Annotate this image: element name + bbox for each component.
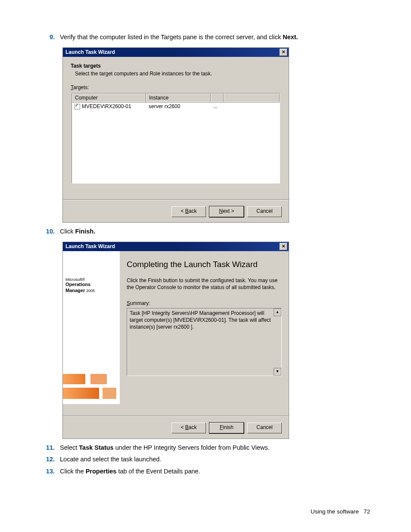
summary-textbox[interactable]: Task [HP Integrity Servers\HP Management… <box>127 308 282 376</box>
step-text-10: Click Finish. <box>60 227 370 236</box>
back-button[interactable]: < Back <box>171 423 206 433</box>
col-computer[interactable]: Computer <box>72 93 146 102</box>
dialog-subheader: Select the target computers and Role ins… <box>75 71 283 77</box>
step-text-11: Select Task Status under the HP Integrit… <box>60 443 370 453</box>
dialog-title: Launch Task Wizard <box>65 49 115 55</box>
dialog-button-row: < Back Next > Cancel <box>63 200 289 222</box>
dialog-titlebar: Launch Task Wizard ✕ <box>63 48 289 57</box>
cancel-button[interactable]: Cancel <box>247 206 282 217</box>
close-icon[interactable]: ✕ <box>280 49 287 56</box>
dialog-task-targets: Launch Task Wizard ✕ Task targets Select… <box>62 47 289 223</box>
completing-heading: Completing the Launch Task Wizard <box>127 260 282 269</box>
next-button[interactable]: Next > <box>209 206 244 217</box>
step-text-12: Locate and select the task launched. <box>60 455 370 464</box>
back-button[interactable]: < Back <box>171 206 206 217</box>
table-row[interactable]: MVEDEV\RX2600-01 server rx2600 ... <box>72 103 280 110</box>
finish-button[interactable]: Finish <box>209 423 244 433</box>
dialog-titlebar-2: Launch Task Wizard ✕ <box>63 242 289 251</box>
step-number-11: 11. <box>41 443 60 453</box>
targets-label: Targets: <box>71 84 283 90</box>
step-number-9: 9. <box>41 33 60 42</box>
grid-header-row: Computer Instance <box>72 93 280 103</box>
summary-label: Summary: <box>127 300 282 306</box>
step-text-9: Verify that the computer listed in the T… <box>60 33 370 42</box>
step-number-12: 12. <box>41 455 60 464</box>
dialog-header: Task targets <box>71 63 283 69</box>
col-blank1 <box>211 93 224 102</box>
ms-logo-text: Microsoft® Operations Manager 2005 <box>65 277 117 294</box>
dialog-title-2: Launch Task Wizard <box>65 243 115 249</box>
row-checkbox[interactable] <box>75 104 80 109</box>
targets-grid[interactable]: Computer Instance MVEDEV\RX2600-01 serve… <box>72 93 280 184</box>
page-footer: Using the software 72 <box>311 508 370 515</box>
step-text-13: Click the Properties tab of the Event De… <box>60 467 370 476</box>
scroll-down-icon[interactable]: ▼ <box>274 368 281 376</box>
scroll-up-icon[interactable]: ▲ <box>274 308 281 316</box>
close-icon[interactable]: ✕ <box>280 243 287 250</box>
finish-body-text: Click the Finish button to submit the co… <box>127 277 282 291</box>
dialog-button-row-2: < Back Finish Cancel <box>63 416 289 439</box>
step-number-10: 10. <box>41 227 60 236</box>
col-blank2 <box>224 93 280 102</box>
cancel-button[interactable]: Cancel <box>247 423 282 433</box>
wizard-side-panel: Microsoft® Operations Manager 2005 <box>63 251 120 404</box>
col-instance[interactable]: Instance <box>146 93 211 102</box>
decorative-art <box>63 367 120 404</box>
step-number-13: 13. <box>41 467 60 476</box>
dialog-completing-wizard: Launch Task Wizard ✕ Microsoft® Operatio… <box>62 242 289 439</box>
